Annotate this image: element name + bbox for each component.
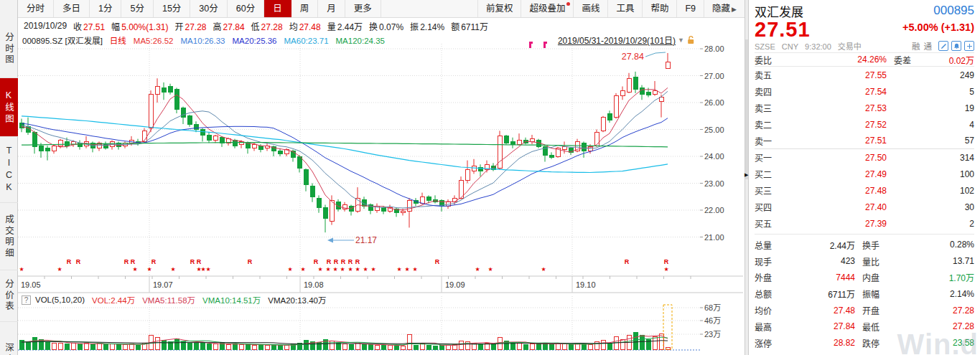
book-row-卖五[interactable]: 卖五27.55249 [755,67,974,83]
vol-legend-2: VMA5:11.58万 [142,294,195,306]
book-level-label: 卖三 [755,102,792,114]
sidebar-item-5[interactable]: 分价表 [0,270,18,321]
book-row-买五[interactable]: 买五27.392 [755,215,974,232]
book-row-买一[interactable]: 买一27.50314 [755,149,974,166]
summary-value: 27.28 [185,22,207,32]
summary-label: 量 [327,22,336,32]
weibi-value: 24.26% [792,55,887,65]
alert-bell-icon[interactable] [951,41,961,51]
svg-text:★: ★ [487,266,493,273]
summary-label: 高 [213,22,222,32]
svg-text:19.08: 19.08 [304,280,324,289]
ma-legend-5: MA120:24.35 [336,37,385,45]
tab-多日[interactable]: 多日 [54,0,90,17]
quote-date: 2019/10/29 [24,21,67,31]
summary-label: 均 [289,22,298,32]
book-level-label: 买三 [755,184,792,197]
svg-text:★: ★ [205,266,210,273]
kline-chart[interactable]: 28.0027.0026.0025.0024.0023.0022.0021.00… [18,34,745,355]
svg-text:★: ★ [363,266,368,273]
tab-30分[interactable]: 30分 [190,0,227,17]
tab-15分[interactable]: 15分 [154,0,190,17]
book-row-卖四[interactable]: 卖四27.545 [755,83,974,100]
scrollbar-thumb[interactable] [745,39,748,179]
book-row-卖一[interactable]: 卖一27.5157 [755,133,974,149]
summary-开: 开27.28 [175,20,207,32]
stat-row: 外盘7444内盘1.70万 [755,270,974,286]
tab-60分[interactable]: 60分 [228,0,264,17]
svg-text:R: R [341,258,346,265]
stat-label: 最低 [855,321,923,333]
tab-更多[interactable]: 更多 [345,0,381,17]
book-volume: 314 [887,153,974,163]
menu-F9[interactable]: F9 [676,0,704,17]
svg-text:★: ★ [355,266,360,273]
book-row-卖三[interactable]: 卖三27.5319 [755,100,974,116]
sidebar-item-2[interactable]: K线图 [0,77,18,136]
book-volume: 102 [887,186,974,196]
chevron-down-icon[interactable]: ▼ [678,37,684,44]
svg-text:23万: 23万 [704,330,721,339]
menu-超级叠加[interactable]: 超级叠加 [521,0,573,17]
tab-5分[interactable]: 5分 [121,0,153,17]
book-volume: 57 [887,136,974,146]
summary-label: 低 [251,22,260,32]
svg-text:★: ★ [475,266,480,273]
stat-row: 总量2.44万换手0.28% [755,237,974,253]
book-row-买四[interactable]: 买四27.4030 [755,199,974,215]
book-level-label: 卖一 [755,135,792,147]
svg-text:★: ★ [19,266,24,273]
sidebar-item-3[interactable]: TICK [0,136,18,202]
book-row-卖二[interactable]: 卖二27.524 [755,116,974,133]
stat-label: 内盘 [855,271,923,283]
stat-value: 7444 [799,273,855,283]
svg-text:28.00: 28.00 [704,44,724,53]
book-level-label: 买四 [755,201,792,213]
notification-dot [566,2,570,6]
book-level-label: 买五 [755,217,792,229]
tab-1分[interactable]: 1分 [90,0,121,17]
stat-label: 振幅 [855,288,923,300]
svg-text:R: R [197,258,202,265]
arrow-right-icon: ▶ [732,6,737,13]
svg-text:19.09: 19.09 [445,280,465,289]
menu-隐藏[interactable]: 隐藏▶ [704,0,745,17]
svg-text:R: R [190,258,195,265]
summary-label: 振 [410,22,419,32]
svg-text:★: ★ [370,266,375,273]
book-row-买三[interactable]: 买三27.48102 [755,182,974,199]
sidebar-item-1[interactable]: 分时图 [0,20,18,77]
tab-月[interactable]: 月 [318,0,345,17]
date-range-text: 2019/05/31-2019/10/29(101日) [558,34,676,46]
menu-帮助[interactable]: 帮助 [642,0,676,17]
tab-日[interactable]: 日 [264,0,291,17]
stat-label: 量比 [855,255,923,268]
book-price: 27.40 [792,202,887,212]
summary-value: 2.44万 [337,22,363,32]
help-icon[interactable]: ? [22,295,31,305]
sidebar-item-4[interactable]: 成交明细 [0,202,18,270]
stat-label: 均价 [755,304,799,316]
summary-value: 27.84 [223,22,245,32]
collapse-arrow-icon[interactable]: ▶ [745,172,748,178]
summary-label: 幅 [111,22,120,32]
quote-time: 9:32:00 [805,42,831,51]
summary-value: 2.14% [420,22,444,32]
menu-前复权[interactable]: 前复权 [477,0,521,17]
unlock-icon[interactable] [686,35,696,44]
book-row-买二[interactable]: 买二27.49100 [755,166,974,182]
order-imbalance-row: 委比 24.26% 委差 0.02万 [755,52,974,67]
sidebar-item-6[interactable]: 深度资料 [0,321,18,355]
svg-text:★: ★ [340,266,345,273]
stat-row: 最高27.84最低27.28 [755,318,974,335]
add-to-watchlist-icon[interactable] [964,41,974,51]
tab-周[interactable]: 周 [291,0,319,17]
stat-value: 27.28 [923,321,974,331]
menu-工具[interactable]: 工具 [607,0,642,17]
date-range-selector[interactable]: 2019/05/31-2019/10/29(101日) ▼ [558,34,696,46]
stat-value: 2.14% [923,289,974,299]
tab-分时[interactable]: 分时 [18,0,54,17]
summary-label: 额 [451,22,459,32]
menu-画线[interactable]: 画线 [573,0,607,17]
edit-icon[interactable] [938,41,948,51]
